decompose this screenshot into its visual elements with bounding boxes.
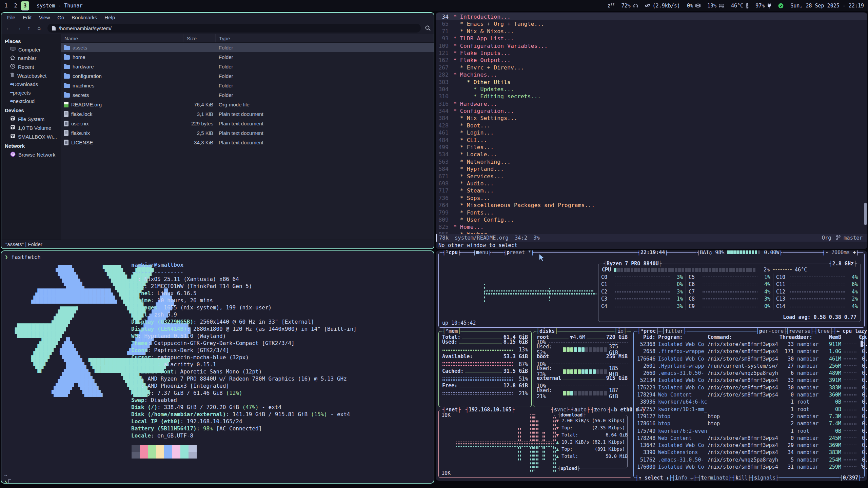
org-heading-line[interactable]: 65 * Emacs + Org + Tangle... (436, 20, 867, 27)
org-heading-line[interactable]: 310 * Editing secrets... (436, 93, 867, 100)
process-row[interactable]: 52134Isolated Web Co/nix/store/sm8fmrf3w… (634, 377, 864, 384)
location-bar[interactable]: /home/nambiar/system/ (47, 24, 421, 33)
preset-button[interactable]: preset * (503, 250, 534, 256)
process-row[interactable]: 179127btopbtop2nambiar7.3M0.0 (634, 413, 864, 420)
file-row-secrets[interactable]: secretsFolder (61, 90, 434, 100)
org-heading-line[interactable]: 303 * Other Utils (436, 79, 867, 86)
process-row[interactable]: 2601.Hyprland-wrapp/run/current-system/s… (634, 362, 864, 369)
proc-header-threads[interactable]: Threads: (780, 334, 797, 340)
org-heading-line[interactable]: 428 * Boot... (436, 122, 867, 129)
process-row[interactable]: 13642Isolated Web Co/nix/store/sm8fmrf3w… (634, 442, 864, 449)
sidebar-item-nambiar[interactable]: nambiar (1, 54, 61, 62)
menu-edit[interactable]: Edit (20, 14, 35, 21)
org-heading-line[interactable]: 162* Flake Output... (436, 57, 867, 64)
org-heading-line[interactable]: 267 * Envrc + Direnv... (436, 64, 867, 71)
org-heading-line[interactable]: 671 * Services... (436, 173, 867, 180)
org-heading-line[interactable]: 717 * Steam... (436, 187, 867, 194)
process-row[interactable]: 178616btopbtop2nambiar7.4M0.0 (634, 420, 864, 427)
process-row[interactable]: 51762.emacs-31.0.50-/nix/store/wnqz5pa8r… (634, 456, 864, 463)
kill-button[interactable]: kill (732, 474, 751, 481)
menu-file[interactable]: File (4, 14, 18, 21)
column-size[interactable]: Size (183, 34, 215, 42)
home-button[interactable]: ⌂ (35, 24, 43, 33)
workspace-button-2[interactable]: 2 (12, 1, 20, 10)
file-row-flake-lock[interactable]: flake.lock3,1 KiBPlain text document (61, 109, 434, 119)
org-heading-line[interactable]: 109* Configuration Variables... (436, 42, 867, 49)
forward-button[interactable]: → (14, 24, 23, 33)
proc-scrollbar-thumb[interactable] (861, 341, 863, 347)
org-heading-line[interactable]: 809 * User Config... (436, 216, 867, 223)
sidebar-item-file-system[interactable]: File System (1, 115, 61, 123)
file-row-hardware[interactable]: hardwareFolder (61, 62, 434, 71)
status-check-module[interactable] (778, 3, 784, 8)
org-heading-line[interactable]: 344* Configuration... (436, 107, 867, 115)
process-row[interactable]: 175749kworker/6:2-even1root0B0.0 (634, 427, 864, 434)
org-heading-line[interactable]: 698 * Audio... (436, 180, 867, 187)
memory-module[interactable]: 13% (707, 3, 724, 9)
workspace-button-3[interactable]: 3 (21, 1, 29, 10)
menu-view[interactable]: View (36, 14, 53, 21)
terminate-button[interactable]: terminate (697, 474, 732, 481)
sidebar-item-wastebasket[interactable]: Wastebasket (1, 71, 61, 80)
battery-module[interactable]: 97% (755, 3, 771, 9)
menu-bookmarks[interactable]: Bookmarks (68, 14, 100, 21)
proc-header-user[interactable]: User: (797, 334, 823, 340)
file-row-machines[interactable]: machinesFolder (61, 81, 434, 90)
sidebar-item-recent[interactable]: Recent (1, 62, 61, 71)
process-row[interactable]: 2660.emacs-31.0.50-/nix/store/wnqz5pa8ra… (634, 369, 864, 377)
org-heading-line[interactable]: 499 * Files... (436, 144, 867, 151)
temperature-module[interactable]: 46°C (731, 3, 749, 9)
idle-inhibitor-module[interactable]: zzz (607, 2, 614, 9)
org-heading-line[interactable]: 825* Home... (436, 223, 867, 230)
menu-go[interactable]: Go (54, 14, 67, 21)
org-heading-line[interactable]: 461 * Login... (436, 129, 867, 136)
proc-header-command[interactable]: Command: (708, 334, 780, 340)
sidebar-item-projects[interactable]: projects (1, 88, 61, 97)
file-row-license[interactable]: LICENSE34,3 KiBPlain text document (61, 138, 434, 147)
process-row[interactable]: 176000Isolated Web Co/nix/store/sm8fmrf3… (634, 463, 864, 470)
org-heading-line[interactable]: 93* TLDR App List... (436, 35, 867, 42)
update-interval[interactable]: - 2000ms + (822, 250, 859, 256)
org-heading-line[interactable]: 316* Hardware... (436, 100, 867, 107)
workspace-button-1[interactable]: 1 (2, 1, 10, 10)
org-heading-line[interactable]: 384 * Nix Settings... (436, 115, 867, 122)
process-row[interactable]: 178294Web Content/nix/store/sm8fmrf3wps4… (634, 391, 864, 398)
org-heading-line[interactable]: 736 * Sops... (436, 195, 867, 202)
terminal-window[interactable]: ❯ fastfetch ▗▄▄▄ ▗▄▄▄▄ ▄▄▄▖ ▜███▙ ▜███▙ … (1, 250, 434, 484)
emacs-window[interactable]: 34* Introduction...65 * Emacs + Org + Ta… (436, 12, 867, 249)
org-heading-line[interactable]: 121* Flake Inputs... (436, 49, 867, 57)
select-buttons[interactable]: ↑ select ↓ (635, 474, 672, 481)
file-row-user-nix[interactable]: user.nix229 bytesPlain text document (61, 119, 434, 128)
sidebar-item-computer[interactable]: Computer (1, 45, 61, 54)
org-heading-line[interactable]: 584 * Hyprland... (436, 165, 867, 172)
process-row[interactable]: 177257kworker/10:1-mm_1root0B0.0 (634, 406, 864, 413)
sidebar-item-nextcloud[interactable]: nextcloud (1, 97, 61, 105)
net-zero-button[interactable]: zero (591, 406, 610, 413)
cpu-module[interactable]: 0% (687, 3, 701, 9)
org-heading-line[interactable]: 484 * CLI... (436, 137, 867, 144)
org-heading-line[interactable]: 764 * Miscellaneous Packages and Program… (436, 202, 867, 209)
org-heading-line[interactable]: 855 * Waubar... (436, 231, 867, 234)
network-module[interactable]: (2.9kb/s) (645, 3, 680, 9)
process-row[interactable]: 176646Isolated Web Co/nix/store/sm8fmrf3… (634, 355, 864, 362)
process-row[interactable]: 52368Isolated Web Co/nix/store/sm8fmrf3w… (634, 341, 864, 348)
scrollbar-thumb[interactable] (864, 203, 867, 225)
proc-header-program[interactable]: Program: (658, 334, 708, 340)
search-icon[interactable] (425, 25, 431, 31)
io-tab[interactable]: io (614, 328, 627, 334)
process-row[interactable]: 178248Web Content/nix/store/sm8fmrf3wps4… (634, 434, 864, 442)
sidebar-item-1-0-tb-volume[interactable]: 1,0 TB Volume (1, 123, 61, 132)
menu-help[interactable]: Help (101, 14, 118, 21)
proc-header-memb[interactable]: MemB (823, 334, 841, 340)
column-name[interactable]: Name (61, 34, 183, 42)
org-heading-line[interactable]: 71 * Nix & Nixos... (436, 28, 867, 35)
sidebar-item-browse-network[interactable]: Browse Network (1, 150, 61, 159)
sidebar-item-downloads[interactable]: Downloads (1, 80, 61, 88)
menu-button[interactable]: menu (473, 250, 492, 256)
mem-tab[interactable]: ²mem (442, 328, 461, 334)
file-row-flake-nix[interactable]: flake.nix2,5 KiBPlain text document (61, 128, 434, 138)
process-row[interactable]: 2658.firefox-wrappe/nix/store/sm8fmrf3wp… (634, 348, 864, 355)
back-button[interactable]: ← (4, 24, 13, 33)
org-heading-line[interactable]: 34* Introduction... (436, 13, 867, 20)
cpu-tab[interactable]: ¹cpu (442, 250, 461, 256)
